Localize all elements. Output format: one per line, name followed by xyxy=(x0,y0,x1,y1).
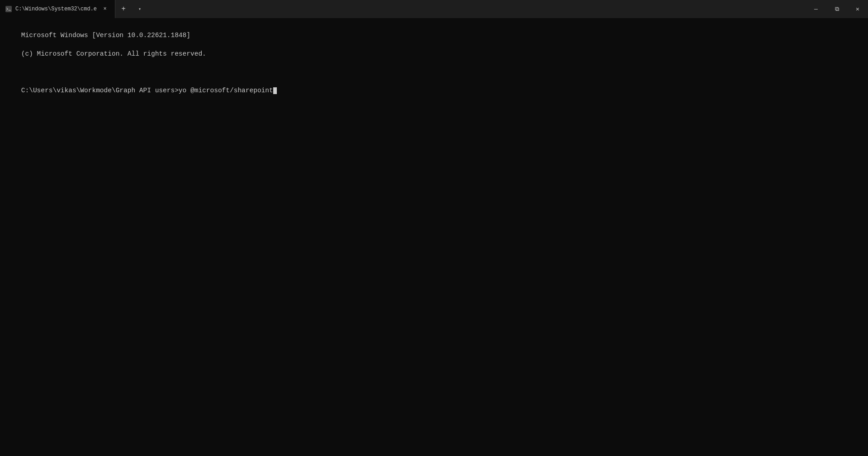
terminal-window: C:\Windows\System32\cmd.e × + ▾ — ⧉ ✕ Mi… xyxy=(0,0,868,456)
dropdown-button[interactable]: ▾ xyxy=(132,0,148,18)
terminal-tab[interactable]: C:\Windows\System32\cmd.e × xyxy=(0,0,115,18)
terminal-line1: Microsoft Windows [Version 10.0.22621.18… xyxy=(21,32,190,39)
tab-area: C:\Windows\System32\cmd.e × + ▾ xyxy=(0,0,403,18)
close-button[interactable]: ✕ xyxy=(847,0,868,18)
cmd-icon xyxy=(5,6,12,12)
tab-close-button[interactable]: × xyxy=(100,5,109,14)
terminal-body[interactable]: Microsoft Windows [Version 10.0.22621.18… xyxy=(0,18,868,456)
terminal-line4: C:\Users\vikas\Workmode\Graph API users>… xyxy=(21,87,273,94)
new-tab-button[interactable]: + xyxy=(115,0,132,18)
title-bar: C:\Windows\System32\cmd.e × + ▾ — ⧉ ✕ xyxy=(0,0,868,18)
tab-label: C:\Windows\System32\cmd.e xyxy=(15,6,97,12)
window-controls: — ⧉ ✕ xyxy=(806,0,868,18)
minimize-button[interactable]: — xyxy=(806,0,826,18)
terminal-line2: (c) Microsoft Corporation. All rights re… xyxy=(21,50,206,57)
restore-button[interactable]: ⧉ xyxy=(826,0,847,18)
cursor xyxy=(273,87,277,94)
svg-rect-0 xyxy=(5,6,12,12)
